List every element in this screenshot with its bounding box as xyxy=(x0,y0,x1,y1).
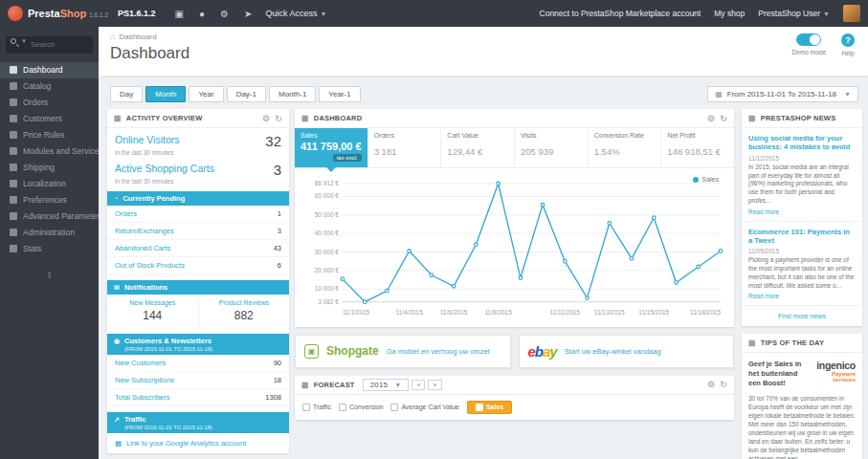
globe-icon xyxy=(10,180,17,187)
legend-avg-cart-checkbox[interactable]: Average Cart Value xyxy=(390,404,458,411)
breadcrumb[interactable]: ⌂ Dashboard xyxy=(110,32,868,41)
kpi-conversion-rate[interactable]: Conversion Rate 1.54% xyxy=(589,128,662,167)
active-carts-link[interactable]: Active Shopping Carts xyxy=(115,163,214,174)
pending-row-out-of-stock: Out of Stock Products 6 xyxy=(107,257,289,274)
collapse-sidebar-icon[interactable]: ‖ xyxy=(0,271,99,280)
prev-period-button[interactable]: « xyxy=(412,380,425,390)
filter-day-button[interactable]: Day xyxy=(110,86,143,102)
legend-sales-button[interactable]: Sales xyxy=(467,401,512,414)
refresh-icon[interactable]: ↻ xyxy=(275,114,282,123)
abandoned-carts-link[interactable]: Abandoned Carts xyxy=(115,244,170,252)
kpi-sales[interactable]: Sales 411 759,00 € tax excl. xyxy=(295,128,368,167)
legend-conversion-checkbox[interactable]: Conversion xyxy=(339,404,383,411)
svg-text:11/13/2015: 11/13/2015 xyxy=(594,309,625,316)
chevron-down-icon[interactable]: ▼ xyxy=(21,38,27,44)
total-subscribers-link[interactable]: Total Subscribers xyxy=(115,393,170,402)
shop-name[interactable]: PS1.6.1.2 xyxy=(118,9,156,18)
search-input[interactable] xyxy=(6,36,93,54)
sidebar-item-label: Orders xyxy=(23,98,48,107)
returns-link[interactable]: Return/Exchanges xyxy=(115,227,174,235)
sidebar-search: ▼ xyxy=(6,33,93,54)
sidebar-item-modules[interactable]: Modules and Services xyxy=(0,143,99,160)
sidebar-item-customers[interactable]: Customers xyxy=(0,111,99,127)
sidebar-item-preferences[interactable]: Preferences xyxy=(0,192,99,208)
svg-text:11/8/2015: 11/8/2015 xyxy=(484,309,512,316)
filter-month-button[interactable]: Month xyxy=(145,86,186,102)
wrench-icon[interactable]: ⚙ xyxy=(212,9,236,19)
home-icon: ⌂ xyxy=(110,32,115,41)
demo-mode-toggle[interactable]: Demo mode xyxy=(792,33,826,56)
filter-month-1-button[interactable]: Month-1 xyxy=(269,86,316,102)
sidebar-item-dashboard[interactable]: Dashboard xyxy=(0,62,99,78)
dashboard-content: ▦ ACTIVITY OVERVIEW ⚙↻ Online Visitors 3… xyxy=(99,109,868,459)
news-article-title[interactable]: Using social media for your business: 4 … xyxy=(748,134,856,152)
shopgate-module[interactable]: ▣ Shopgate Ga mobiel en verhoog uw omzet xyxy=(295,335,511,368)
marketplace-link[interactable]: Connect to PrestaShop Marketplace accoun… xyxy=(540,9,701,18)
read-more-link[interactable]: Read more xyxy=(748,293,856,299)
active-carts-value: 3 xyxy=(274,163,281,177)
product-reviews-count: 882 xyxy=(201,309,288,322)
refresh-icon[interactable]: ↻ xyxy=(720,380,727,389)
orders-link[interactable]: Orders xyxy=(115,209,137,218)
date-range-picker[interactable]: ▦ From 2015-11-01 To 2015-11-18 ▼ xyxy=(707,86,858,102)
panel-title: FORECAST xyxy=(314,381,355,389)
user-icon[interactable]: ● xyxy=(191,9,212,19)
sidebar-item-orders[interactable]: Orders xyxy=(0,95,99,111)
forecast-year-select[interactable]: 2015▼ xyxy=(363,379,410,391)
legend-traffic-checkbox[interactable]: Traffic xyxy=(302,404,331,411)
user-avatar[interactable] xyxy=(843,5,860,22)
sidebar-item-label: Preferences xyxy=(23,195,67,205)
orders-count: 1 xyxy=(278,209,281,218)
sidebar-item-localization[interactable]: Localization xyxy=(0,176,99,192)
kpi-orders[interactable]: Orders 3 181 xyxy=(368,128,442,167)
cart-icon[interactable]: ▣ xyxy=(167,9,191,19)
my-shop-link[interactable]: My shop xyxy=(714,9,745,18)
google-analytics-link[interactable]: ▦ Link to your Google Analytics account xyxy=(107,433,289,453)
kpi-net-profit[interactable]: Net Profit 148 918,51 € xyxy=(661,128,734,167)
sidebar-item-catalog[interactable]: Catalog xyxy=(0,78,99,95)
next-period-button[interactable]: » xyxy=(428,380,441,390)
filter-year-button[interactable]: Year xyxy=(189,86,223,102)
help-button[interactable]: ? Help xyxy=(841,33,855,56)
home-icon xyxy=(10,66,17,74)
out-of-stock-link[interactable]: Out of Stock Products xyxy=(115,261,185,270)
gear-icon[interactable]: ⚙ xyxy=(262,114,270,123)
toggle-switch-icon[interactable] xyxy=(796,33,821,46)
panel-title: PRESTASHOP NEWS xyxy=(761,114,836,122)
kpi-value: 205 939 xyxy=(521,146,582,157)
pending-row-abandoned-carts: Abandoned Carts 43 xyxy=(107,240,289,257)
sidebar-item-shipping[interactable]: Shipping xyxy=(0,160,99,176)
forecast-icon: ▦ xyxy=(301,381,309,389)
new-messages-count: 144 xyxy=(109,309,196,322)
find-more-news-link[interactable]: Find more news xyxy=(742,306,862,326)
kpi-visits[interactable]: Visits 205 939 xyxy=(515,128,589,167)
online-visitors-link[interactable]: Online Visitors xyxy=(115,134,180,145)
online-visitors-value: 32 xyxy=(265,134,281,148)
new-messages-link[interactable]: New Messages xyxy=(109,299,196,306)
quick-access-menu[interactable]: Quick Access▼ xyxy=(265,9,326,18)
read-more-link[interactable]: Read more xyxy=(748,208,856,215)
new-subscriptions-link[interactable]: New Subscriptions xyxy=(115,376,174,384)
calendar-icon: ▦ xyxy=(715,90,723,98)
sidebar-item-advanced-parameters[interactable]: Advanced Parameters xyxy=(0,208,99,225)
product-reviews-link[interactable]: Product Reviews xyxy=(201,299,288,306)
refresh-icon[interactable]: ↻ xyxy=(720,114,727,123)
envelope-icon: ✉ xyxy=(114,284,120,292)
rocket-icon[interactable]: ➤ xyxy=(236,9,259,19)
sidebar-item-stats[interactable]: Stats xyxy=(0,241,99,257)
gear-icon[interactable]: ⚙ xyxy=(707,114,715,123)
customers-date-range: (FROM 2015-11-01 TO 2015-11-18) xyxy=(124,346,212,352)
filter-day-1-button[interactable]: Day-1 xyxy=(227,86,266,102)
new-customers-link[interactable]: New Customers xyxy=(115,359,166,367)
page-header: ⌂ Dashboard Dashboard Demo mode ? Help xyxy=(99,27,868,76)
news-article-title[interactable]: Ecommerce 101: Payments in a Tweet xyxy=(748,228,856,246)
gear-icon[interactable]: ⚙ xyxy=(707,380,715,389)
kpi-cart-value[interactable]: Cart Value 129,44 € xyxy=(441,128,515,167)
filter-year-1-button[interactable]: Year-1 xyxy=(319,86,360,102)
ebay-module[interactable]: ebay Start uw eBay-winkel vandaag xyxy=(519,335,735,368)
ebay-link[interactable]: Start uw eBay-winkel vandaag xyxy=(565,347,661,356)
shopgate-link[interactable]: Ga mobiel en verhoog uw omzet xyxy=(387,347,490,356)
sidebar-item-price-rules[interactable]: Price Rules xyxy=(0,127,99,143)
user-menu[interactable]: PrestaShop User▼ xyxy=(758,9,830,18)
sidebar-item-administration[interactable]: Administration xyxy=(0,225,99,241)
